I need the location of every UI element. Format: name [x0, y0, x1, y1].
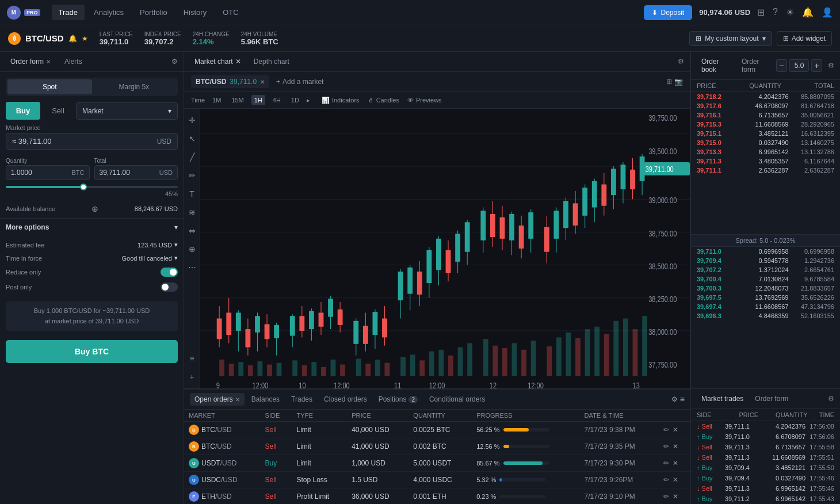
edit-icon[interactable]: ✏ [663, 426, 669, 434]
close-order-form-icon[interactable]: ✕ [46, 59, 51, 65]
pencil-icon[interactable]: ✏ [186, 169, 198, 182]
close-chart-icon[interactable]: ✕ [235, 58, 241, 66]
order-book-ask-row[interactable]: 39,716.16.713565735.0056621 [691, 110, 840, 120]
more-times-icon[interactable]: ▸ [307, 97, 310, 104]
layers-icon[interactable]: ≡ [187, 352, 196, 365]
cursor-icon[interactable]: ↖ [186, 132, 198, 146]
edit-icon[interactable]: ✏ [663, 459, 669, 467]
quantity-slider[interactable]: 45% [0, 184, 184, 202]
market-price-field[interactable] [12, 137, 157, 146]
chart-settings-icon[interactable]: ⚙ [678, 58, 684, 66]
time-1d[interactable]: 1D [288, 95, 302, 105]
close-pair-icon[interactable]: ✕ [260, 79, 265, 85]
order-book-bid-row[interactable]: 39,709.40.59457781.2942736 [691, 256, 840, 265]
grid-icon[interactable]: ⊞ [757, 7, 765, 18]
nav-analytics[interactable]: Analytics [87, 5, 131, 20]
close-icon[interactable]: ✕ [673, 426, 678, 434]
expand-icon[interactable]: ⊞ [666, 78, 672, 86]
close-icon[interactable]: ✕ [673, 492, 678, 501]
quantity-input[interactable]: 1.0000 BTC [6, 165, 90, 180]
ob-tab-form[interactable]: Order form [737, 55, 774, 76]
order-type-select[interactable]: Market ▾ [76, 102, 178, 120]
close-orders-icon[interactable]: ✕ [235, 396, 240, 403]
order-book-ask-row[interactable]: 39,711.12.63622872.6362287 [691, 166, 840, 175]
nav-trade[interactable]: Trade [52, 5, 85, 20]
pair-name[interactable]: BTC/USD [25, 33, 64, 43]
add-balance-icon[interactable]: ⊕ [91, 204, 98, 213]
tab-balances[interactable]: Balances [247, 393, 284, 406]
order-book-bid-row[interactable]: 39,696.34.846835952.1603155 [691, 311, 840, 320]
order-book-ask-row[interactable]: 39,718.24.204237685.8807095 [691, 92, 840, 101]
line-icon[interactable]: ╱ [188, 150, 197, 164]
order-book-bid-row[interactable]: 39,700.47.01308249.6785584 [691, 274, 840, 284]
order-book-bid-row[interactable]: 39,700.312.204807321.8833657 [691, 284, 840, 293]
sell-button[interactable]: Sell [44, 102, 72, 120]
edit-icon[interactable]: ✏ [663, 476, 669, 484]
order-book-ask-row[interactable]: 39,715.311.660856928.2920965 [691, 120, 840, 129]
slider-thumb[interactable] [80, 184, 87, 190]
time-4h[interactable]: 4H [270, 95, 284, 105]
close-icon[interactable]: ✕ [673, 476, 678, 484]
add-market-button[interactable]: + Add a market [276, 78, 323, 86]
panel-settings-icon[interactable]: ⚙ [171, 58, 178, 66]
tab-order-form[interactable]: Order form ✕ [6, 55, 55, 68]
reduce-only-toggle[interactable] [161, 268, 178, 277]
nav-otc[interactable]: OTC [216, 5, 245, 20]
total-input[interactable]: 39,711.00 USD [94, 165, 178, 180]
previews-tool[interactable]: 👁 Previews [407, 97, 442, 104]
nav-history[interactable]: History [177, 5, 213, 20]
buy-btc-button[interactable]: Buy BTC [6, 340, 178, 363]
layout-selector[interactable]: ⊞ My custom layout ▾ [689, 31, 772, 46]
time-in-force-select[interactable]: Good till canceled ▾ [122, 254, 178, 262]
order-book-ask-row[interactable]: 39,717.646.670809781.6764718 [691, 101, 840, 110]
camera-icon[interactable]: 📷 [674, 78, 683, 86]
mt-tab-trades[interactable]: Market trades [697, 392, 748, 405]
help-icon[interactable]: ? [773, 7, 778, 18]
tab-open-orders[interactable]: Open orders ✕ [190, 393, 245, 406]
time-1m[interactable]: 1M [209, 95, 224, 105]
order-book-ask-row[interactable]: 39,715.00.032749013.1460275 [691, 138, 840, 147]
ob-tab-book[interactable]: Order book [697, 55, 735, 76]
filter-icon[interactable]: ≡ [680, 395, 685, 404]
ob-minus-button[interactable]: − [776, 59, 787, 72]
time-1h[interactable]: 1H [251, 95, 265, 105]
close-icon[interactable]: ✕ [673, 459, 678, 467]
fib-icon[interactable]: ≋ [186, 205, 198, 219]
order-book-ask-row[interactable]: 39,713.36.996514213.1132786 [691, 147, 840, 156]
tab-conditional[interactable]: Conditional orders [425, 393, 490, 406]
tab-trades[interactable]: Trades [287, 393, 317, 406]
order-book-bid-row[interactable]: 39,707.21.37120242.6654761 [691, 265, 840, 274]
plus-bottom-icon[interactable]: + [187, 370, 196, 384]
more-options-row[interactable]: More options ▾ [0, 218, 184, 236]
close-icon[interactable]: ✕ [673, 442, 678, 450]
time-15m[interactable]: 15M [228, 95, 246, 105]
user-icon[interactable]: 👤 [822, 7, 833, 18]
more-tools-icon[interactable]: ⋯ [186, 261, 198, 274]
order-book-bid-row[interactable]: 39,697.513.769256935.6526226 [691, 293, 840, 302]
margin-tab[interactable]: Margin 5x [92, 79, 177, 94]
crosshair-icon[interactable]: ✛ [186, 113, 198, 127]
theme-icon[interactable]: ☀ [786, 7, 794, 18]
tab-positions[interactable]: Positions 2 [374, 393, 422, 406]
order-book-bid-row[interactable]: 39,711.00.69969580.6996958 [691, 247, 840, 256]
order-book-ask-row[interactable]: 39,715.13.485212116.6312395 [691, 129, 840, 138]
pair-star-icon[interactable]: ★ [82, 35, 88, 43]
tab-alerts[interactable]: Alerts [60, 55, 87, 68]
pair-bell-icon[interactable]: 🔔 [68, 35, 77, 43]
order-book-ask-row[interactable]: 39,711.33.48053576.1167644 [691, 156, 840, 166]
tab-market-chart[interactable]: Market chart ✕ [190, 55, 246, 68]
measure-icon[interactable]: ⇔ [186, 224, 198, 238]
spot-tab[interactable]: Spot [7, 79, 92, 94]
post-only-toggle[interactable] [161, 282, 178, 292]
ob-plus-button[interactable]: + [811, 59, 822, 72]
tab-depth-chart[interactable]: Depth chart [249, 55, 294, 68]
deposit-button[interactable]: ⬇ Deposit [644, 5, 693, 20]
bell-icon[interactable]: 🔔 [802, 7, 814, 18]
indicators-tool[interactable]: 📊 Indicators [322, 97, 360, 104]
edit-icon[interactable]: ✏ [663, 492, 669, 501]
candles-tool[interactable]: 🕯 Candles [368, 97, 399, 104]
buy-button[interactable]: Buy [6, 102, 40, 120]
add-widget-button[interactable]: ⊞ Add widget [777, 31, 832, 46]
tab-closed-orders[interactable]: Closed orders [319, 393, 372, 406]
ob-settings-icon[interactable]: ⚙ [828, 62, 834, 70]
